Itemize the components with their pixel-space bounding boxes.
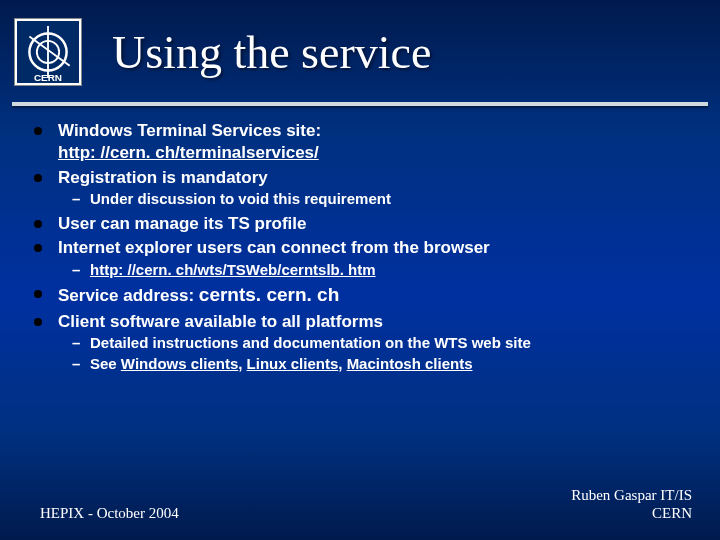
slide-title: Using the service: [112, 26, 431, 79]
slide-content: Windows Terminal Services site: http: //…: [0, 106, 720, 374]
bullet-ie: Internet explorer users can connect from…: [28, 237, 690, 280]
bullet-profile: User can manage its TS profile: [28, 213, 690, 235]
subbullet: Under discussion to void this requiremen…: [58, 189, 690, 209]
bullet-text: Client software available to all platfor…: [58, 312, 383, 331]
service-address: cernts. cern. ch: [199, 284, 339, 305]
bullet-text: Internet explorer users can connect from…: [58, 238, 490, 257]
sep: ,: [238, 355, 246, 372]
windows-clients-link[interactable]: Windows clients: [121, 355, 238, 372]
footer-org: CERN: [571, 504, 692, 522]
bullet-client: Client software available to all platfor…: [28, 311, 690, 374]
cern-logo: CERN: [14, 18, 82, 86]
footer-right: Ruben Gaspar IT/IS CERN: [571, 486, 692, 522]
linux-clients-link[interactable]: Linux clients: [247, 355, 339, 372]
svg-text:CERN: CERN: [34, 72, 62, 83]
mac-clients-link[interactable]: Macintosh clients: [347, 355, 473, 372]
subbullet: http: //cern. ch/wts/TSWeb/cerntslb. htm: [58, 260, 690, 280]
bullet-address: Service address: cernts. cern. ch: [28, 283, 690, 307]
see-prefix: See: [90, 355, 121, 372]
bullet-text: Registration is mandatory: [58, 168, 268, 187]
slide-footer: HEPIX - October 2004 Ruben Gaspar IT/IS …: [0, 486, 720, 522]
footer-left: HEPIX - October 2004: [40, 505, 179, 522]
site-link[interactable]: http: //cern. ch/terminalservices/: [58, 143, 319, 162]
subbullet: Detailed instructions and documentation …: [58, 333, 690, 353]
bullet-site: Windows Terminal Services site: http: //…: [28, 120, 690, 164]
footer-author: Ruben Gaspar IT/IS: [571, 486, 692, 504]
bullet-text: Windows Terminal Services site:: [58, 121, 321, 140]
sep: ,: [338, 355, 346, 372]
slide-header: CERN Using the service: [0, 0, 720, 92]
bullet-registration: Registration is mandatory Under discussi…: [28, 167, 690, 210]
tsweb-link[interactable]: http: //cern. ch/wts/TSWeb/cerntslb. htm: [90, 261, 376, 278]
subbullet: See Windows clients, Linux clients, Maci…: [58, 354, 690, 374]
address-label: Service address:: [58, 286, 199, 305]
